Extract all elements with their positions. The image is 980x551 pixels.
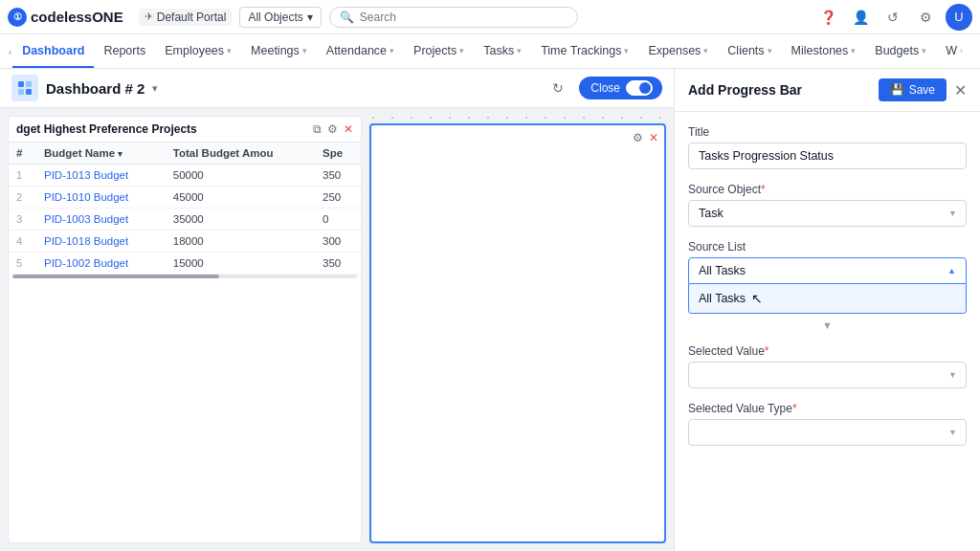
nav-item-meetings[interactable]: Meetings ▾ — [241, 34, 317, 68]
all-objects-button[interactable]: All Objects ▾ — [239, 7, 321, 28]
budget-link[interactable]: PID-1002 Budget — [44, 257, 128, 269]
title-input[interactable] — [688, 143, 967, 169]
nav-item-projects[interactable]: Projects ▾ — [404, 34, 474, 68]
table-row: 4 PID-1018 Budget 18000 300 — [9, 231, 361, 253]
budget-link[interactable]: PID-1018 Budget — [44, 235, 128, 247]
toggle-knob — [639, 82, 651, 94]
row-total: 35000 — [166, 209, 315, 231]
nav-meetings-arrow: ▾ — [302, 46, 307, 55]
avatar[interactable]: U — [946, 4, 972, 31]
nav-meetings-label: Meetings — [251, 44, 300, 57]
selected-value-select[interactable] — [688, 362, 967, 388]
all-objects-arrow: ▾ — [307, 11, 313, 24]
panel-close-button[interactable]: ✕ — [954, 81, 967, 99]
topbar: ① codelessONE ✈ Default Portal All Objec… — [0, 0, 980, 34]
search-input[interactable] — [360, 11, 568, 24]
nav-expenses-label: Expenses — [648, 44, 701, 57]
save-icon: 💾 — [890, 83, 904, 97]
nav-item-milestones[interactable]: Milestones ▾ — [782, 34, 866, 68]
source-list-arrow-up: ▲ — [947, 266, 956, 276]
row-total: 45000 — [166, 187, 315, 209]
row-spe: 350 — [315, 253, 361, 275]
row-budget-name: PID-1018 Budget — [36, 231, 166, 253]
dashboard-title: Dashboard # 2 — [46, 80, 145, 97]
logo-text: codelessONE — [31, 9, 123, 25]
dash-actions: ↻ Close — [545, 75, 662, 101]
empty-widget-settings-icon[interactable]: ⚙ — [633, 131, 643, 144]
empty-widget-close-icon[interactable]: ✕ — [649, 131, 658, 144]
row-total: 50000 — [166, 165, 315, 187]
external-link-icon[interactable]: ⧉ — [313, 122, 322, 136]
navbar: ‹ Dashboard Reports Employees ▾ Meetings… — [0, 34, 980, 69]
nav-item-w[interactable]: W › — [936, 34, 972, 68]
source-list-dropdown: All Tasks ↖ — [688, 284, 967, 314]
save-button[interactable]: 💾 Save — [879, 78, 947, 101]
user-icon[interactable]: 👤 — [848, 5, 873, 30]
row-spe: 300 — [315, 231, 361, 253]
widget-close-icon[interactable]: ✕ — [344, 122, 353, 136]
source-list-value: All Tasks — [699, 264, 947, 277]
dashboard-dropdown-icon[interactable]: ▾ — [152, 82, 158, 95]
nav-reports-label: Reports — [103, 44, 145, 57]
svg-rect-3 — [26, 89, 32, 95]
row-num: 1 — [9, 165, 36, 187]
close-label: Close — [590, 81, 620, 95]
nav-item-dashboard[interactable]: Dashboard — [12, 34, 94, 68]
history-icon[interactable]: ↺ — [880, 5, 905, 30]
nav-milestones-arrow: ▾ — [851, 46, 856, 55]
nav-budgets-label: Budgets — [875, 44, 919, 57]
source-object-select[interactable]: Task — [688, 200, 967, 227]
save-label: Save — [909, 83, 935, 97]
widget-header: dget Highest Preference Projects ⧉ ⚙ ✕ — [9, 117, 361, 143]
dash-icon — [11, 75, 38, 101]
nav-employees-arrow: ▾ — [227, 46, 232, 55]
logo-icon: ① — [8, 8, 27, 27]
nav-item-expenses[interactable]: Expenses ▾ — [638, 34, 718, 68]
row-num: 4 — [9, 231, 36, 253]
search-bar[interactable]: 🔍 — [329, 7, 578, 28]
close-button[interactable]: Close — [579, 77, 662, 99]
portal-icon: ✈ — [145, 11, 153, 23]
nav-budgets-arrow: ▾ — [922, 46, 926, 55]
budget-table: # Budget Name ▾ Total Budget Amou Spe 1 … — [9, 143, 361, 275]
portal-badge[interactable]: ✈ Default Portal — [139, 9, 233, 26]
refresh-button[interactable]: ↻ — [545, 75, 571, 101]
nav-item-tasks[interactable]: Tasks ▾ — [474, 34, 531, 68]
nav-item-timetrackings[interactable]: Time Trackings ▾ — [531, 34, 638, 68]
nav-attendance-arrow: ▾ — [390, 46, 394, 55]
all-objects-label: All Objects — [248, 11, 302, 24]
widget-settings-icon[interactable]: ⚙ — [327, 122, 338, 136]
source-object-label: Source Object* — [688, 183, 967, 196]
selected-value-type-select[interactable] — [688, 419, 967, 446]
nav-item-reports[interactable]: Reports — [94, 34, 155, 68]
row-num: 5 — [9, 253, 36, 275]
source-list-dropdown-container: All Tasks ▲ All Tasks ↖ — [688, 257, 967, 314]
help-icon[interactable]: ❓ — [815, 5, 840, 30]
col-budget-name: Budget Name ▾ — [36, 143, 166, 165]
dropdown-item-all-tasks[interactable]: All Tasks ↖ — [689, 284, 966, 313]
budget-link[interactable]: PID-1010 Budget — [44, 191, 128, 203]
nav-item-budgets[interactable]: Budgets ▾ — [865, 34, 936, 68]
scroll-down-indicator: ▼ — [688, 320, 967, 331]
nav-item-employees[interactable]: Employees ▾ — [155, 34, 241, 68]
toggle-switch[interactable] — [626, 80, 653, 96]
nav-attendance-label: Attendance — [326, 44, 387, 57]
table-row: 5 PID-1002 Budget 15000 350 — [9, 253, 361, 275]
budget-link[interactable]: PID-1013 Budget — [44, 169, 128, 181]
topbar-icons: ❓ 👤 ↺ ⚙ U — [815, 4, 972, 31]
settings-icon[interactable]: ⚙ — [913, 5, 938, 30]
nav-item-attendance[interactable]: Attendance ▾ — [317, 34, 404, 68]
nav-item-clients[interactable]: Clients ▾ — [718, 34, 781, 68]
widget-title: dget Highest Preference Projects — [16, 122, 313, 136]
form-group-source-object: Source Object* Task — [688, 183, 967, 227]
nav-dashboard-label: Dashboard — [22, 44, 84, 57]
nav-tasks-arrow: ▾ — [517, 46, 522, 55]
source-list-selected[interactable]: All Tasks ▲ — [688, 257, 967, 284]
budget-link[interactable]: PID-1003 Budget — [44, 213, 128, 225]
row-budget-name: PID-1013 Budget — [36, 165, 166, 187]
budget-widget: dget Highest Preference Projects ⧉ ⚙ ✕ #… — [8, 116, 362, 543]
grid-canvas: dget Highest Preference Projects ⧉ ⚙ ✕ #… — [0, 108, 674, 551]
selected-value-select-wrapper — [688, 362, 967, 388]
nav-w-label: W — [946, 44, 957, 57]
right-panel: Add Progress Bar 💾 Save ✕ Title Source O… — [674, 69, 980, 551]
